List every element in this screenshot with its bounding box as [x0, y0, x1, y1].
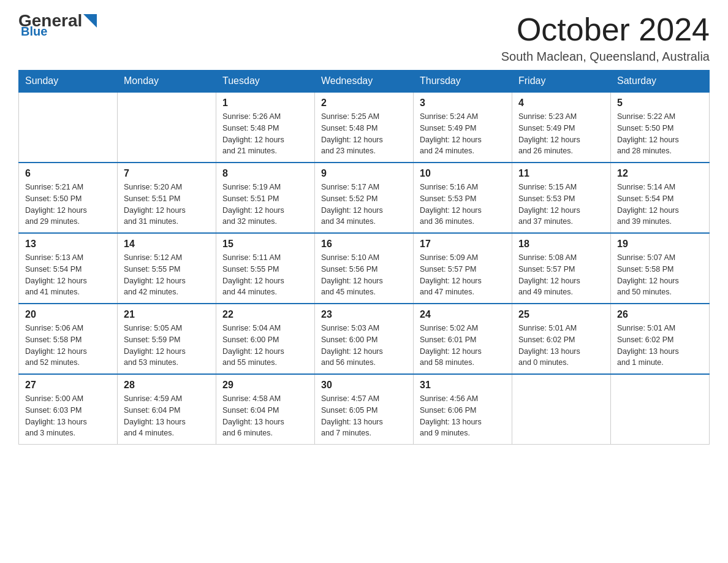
calendar-week-row: 1Sunrise: 5:26 AM Sunset: 5:48 PM Daylig…	[19, 92, 710, 163]
calendar-cell: 27Sunrise: 5:00 AM Sunset: 6:03 PM Dayli…	[19, 374, 118, 445]
svg-marker-0	[83, 14, 97, 28]
logo-blue: Blue	[21, 25, 47, 39]
day-info: Sunrise: 4:57 AM Sunset: 6:05 PM Dayligh…	[321, 393, 407, 439]
logo: General Blue	[18, 12, 97, 39]
day-number: 10	[420, 168, 506, 179]
calendar-cell: 2Sunrise: 5:25 AM Sunset: 5:48 PM Daylig…	[315, 92, 414, 163]
day-info: Sunrise: 5:19 AM Sunset: 5:51 PM Dayligh…	[222, 182, 308, 228]
day-info: Sunrise: 5:03 AM Sunset: 6:00 PM Dayligh…	[321, 323, 407, 369]
day-info: Sunrise: 5:01 AM Sunset: 6:02 PM Dayligh…	[617, 323, 703, 369]
calendar-cell: 22Sunrise: 5:04 AM Sunset: 6:00 PM Dayli…	[216, 304, 315, 374]
day-info: Sunrise: 4:58 AM Sunset: 6:04 PM Dayligh…	[222, 393, 308, 439]
calendar-cell: 4Sunrise: 5:23 AM Sunset: 5:49 PM Daylig…	[512, 92, 611, 163]
calendar-cell	[118, 92, 216, 163]
calendar-cell: 11Sunrise: 5:15 AM Sunset: 5:53 PM Dayli…	[512, 163, 611, 233]
day-number: 15	[222, 239, 308, 250]
calendar-cell: 23Sunrise: 5:03 AM Sunset: 6:00 PM Dayli…	[315, 304, 414, 374]
calendar-cell	[19, 92, 118, 163]
calendar-day-header: Monday	[118, 71, 216, 93]
day-info: Sunrise: 5:01 AM Sunset: 6:02 PM Dayligh…	[518, 323, 604, 369]
day-number: 4	[518, 98, 604, 109]
day-number: 8	[222, 168, 308, 179]
day-info: Sunrise: 5:02 AM Sunset: 6:01 PM Dayligh…	[420, 323, 506, 369]
calendar-cell: 10Sunrise: 5:16 AM Sunset: 5:53 PM Dayli…	[414, 163, 512, 233]
calendar-cell	[611, 374, 710, 445]
calendar-cell: 25Sunrise: 5:01 AM Sunset: 6:02 PM Dayli…	[512, 304, 611, 374]
calendar-cell: 7Sunrise: 5:20 AM Sunset: 5:51 PM Daylig…	[118, 163, 216, 233]
day-info: Sunrise: 5:00 AM Sunset: 6:03 PM Dayligh…	[25, 393, 111, 439]
calendar-week-row: 27Sunrise: 5:00 AM Sunset: 6:03 PM Dayli…	[19, 374, 710, 445]
page-subtitle: South Maclean, Queensland, Australia	[501, 50, 710, 64]
day-info: Sunrise: 4:56 AM Sunset: 6:06 PM Dayligh…	[420, 393, 506, 439]
day-info: Sunrise: 5:22 AM Sunset: 5:50 PM Dayligh…	[617, 111, 703, 157]
calendar-day-header: Thursday	[414, 71, 512, 93]
day-number: 18	[518, 239, 604, 250]
day-info: Sunrise: 5:06 AM Sunset: 5:58 PM Dayligh…	[25, 323, 111, 369]
calendar-day-header: Tuesday	[216, 71, 315, 93]
calendar-cell: 15Sunrise: 5:11 AM Sunset: 5:55 PM Dayli…	[216, 233, 315, 304]
calendar-cell: 13Sunrise: 5:13 AM Sunset: 5:54 PM Dayli…	[19, 233, 118, 304]
day-info: Sunrise: 5:15 AM Sunset: 5:53 PM Dayligh…	[518, 182, 604, 228]
day-number: 13	[25, 239, 111, 250]
calendar-table: SundayMondayTuesdayWednesdayThursdayFrid…	[18, 70, 710, 445]
day-number: 9	[321, 168, 407, 179]
day-number: 27	[25, 380, 111, 391]
day-number: 26	[617, 309, 703, 320]
day-info: Sunrise: 5:24 AM Sunset: 5:49 PM Dayligh…	[420, 111, 506, 157]
page-title: October 2024	[501, 12, 710, 47]
day-number: 30	[321, 380, 407, 391]
day-info: Sunrise: 5:07 AM Sunset: 5:58 PM Dayligh…	[617, 252, 703, 298]
day-info: Sunrise: 4:59 AM Sunset: 6:04 PM Dayligh…	[124, 393, 210, 439]
calendar-cell: 30Sunrise: 4:57 AM Sunset: 6:05 PM Dayli…	[315, 374, 414, 445]
day-number: 23	[321, 309, 407, 320]
calendar-day-header: Sunday	[19, 71, 118, 93]
day-info: Sunrise: 5:14 AM Sunset: 5:54 PM Dayligh…	[617, 182, 703, 228]
day-number: 6	[25, 168, 111, 179]
calendar-day-header: Wednesday	[315, 71, 414, 93]
calendar-cell: 5Sunrise: 5:22 AM Sunset: 5:50 PM Daylig…	[611, 92, 710, 163]
day-info: Sunrise: 5:12 AM Sunset: 5:55 PM Dayligh…	[124, 252, 210, 298]
day-number: 25	[518, 309, 604, 320]
calendar-cell: 26Sunrise: 5:01 AM Sunset: 6:02 PM Dayli…	[611, 304, 710, 374]
day-info: Sunrise: 5:04 AM Sunset: 6:00 PM Dayligh…	[222, 323, 308, 369]
calendar-cell: 17Sunrise: 5:09 AM Sunset: 5:57 PM Dayli…	[414, 233, 512, 304]
calendar-cell: 18Sunrise: 5:08 AM Sunset: 5:57 PM Dayli…	[512, 233, 611, 304]
day-info: Sunrise: 5:25 AM Sunset: 5:48 PM Dayligh…	[321, 111, 407, 157]
calendar-cell: 31Sunrise: 4:56 AM Sunset: 6:06 PM Dayli…	[414, 374, 512, 445]
calendar-cell: 1Sunrise: 5:26 AM Sunset: 5:48 PM Daylig…	[216, 92, 315, 163]
calendar-cell	[512, 374, 611, 445]
logo-arrow-icon	[83, 14, 97, 28]
day-number: 20	[25, 309, 111, 320]
calendar-week-row: 13Sunrise: 5:13 AM Sunset: 5:54 PM Dayli…	[19, 233, 710, 304]
day-info: Sunrise: 5:20 AM Sunset: 5:51 PM Dayligh…	[124, 182, 210, 228]
calendar-cell: 16Sunrise: 5:10 AM Sunset: 5:56 PM Dayli…	[315, 233, 414, 304]
calendar-header-row: SundayMondayTuesdayWednesdayThursdayFrid…	[19, 71, 710, 93]
day-number: 22	[222, 309, 308, 320]
day-number: 29	[222, 380, 308, 391]
day-number: 21	[124, 309, 210, 320]
day-number: 5	[617, 98, 703, 109]
calendar-cell: 9Sunrise: 5:17 AM Sunset: 5:52 PM Daylig…	[315, 163, 414, 233]
page-header: General Blue October 2024 South Maclean,…	[18, 12, 710, 64]
calendar-cell: 21Sunrise: 5:05 AM Sunset: 5:59 PM Dayli…	[118, 304, 216, 374]
day-number: 2	[321, 98, 407, 109]
calendar-cell: 14Sunrise: 5:12 AM Sunset: 5:55 PM Dayli…	[118, 233, 216, 304]
day-info: Sunrise: 5:17 AM Sunset: 5:52 PM Dayligh…	[321, 182, 407, 228]
calendar-day-header: Friday	[512, 71, 611, 93]
calendar-cell: 20Sunrise: 5:06 AM Sunset: 5:58 PM Dayli…	[19, 304, 118, 374]
calendar-week-row: 20Sunrise: 5:06 AM Sunset: 5:58 PM Dayli…	[19, 304, 710, 374]
title-section: October 2024 South Maclean, Queensland, …	[501, 12, 710, 64]
day-number: 28	[124, 380, 210, 391]
calendar-cell: 3Sunrise: 5:24 AM Sunset: 5:49 PM Daylig…	[414, 92, 512, 163]
calendar-cell: 8Sunrise: 5:19 AM Sunset: 5:51 PM Daylig…	[216, 163, 315, 233]
calendar-cell: 12Sunrise: 5:14 AM Sunset: 5:54 PM Dayli…	[611, 163, 710, 233]
day-info: Sunrise: 5:26 AM Sunset: 5:48 PM Dayligh…	[222, 111, 308, 157]
day-info: Sunrise: 5:13 AM Sunset: 5:54 PM Dayligh…	[25, 252, 111, 298]
day-number: 12	[617, 168, 703, 179]
calendar-week-row: 6Sunrise: 5:21 AM Sunset: 5:50 PM Daylig…	[19, 163, 710, 233]
day-number: 24	[420, 309, 506, 320]
day-number: 17	[420, 239, 506, 250]
day-number: 14	[124, 239, 210, 250]
day-info: Sunrise: 5:21 AM Sunset: 5:50 PM Dayligh…	[25, 182, 111, 228]
day-info: Sunrise: 5:05 AM Sunset: 5:59 PM Dayligh…	[124, 323, 210, 369]
